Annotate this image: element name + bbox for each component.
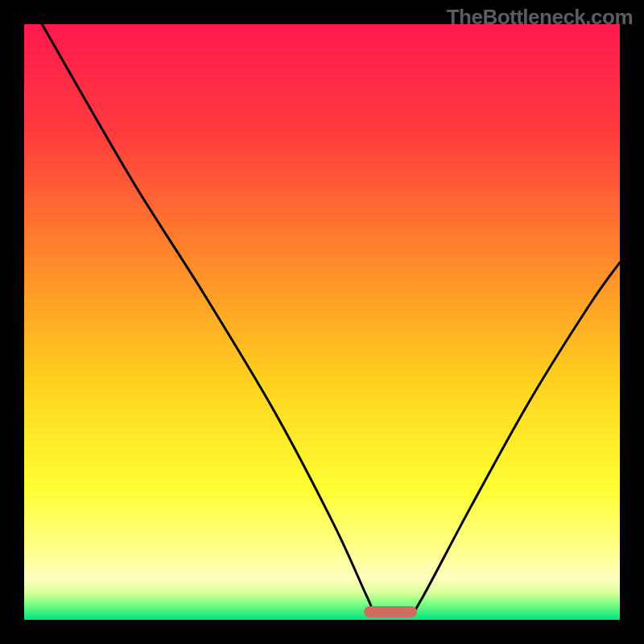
optimal-range-marker [364,606,418,617]
bottleneck-curve [42,24,620,614]
curve-layer [24,24,620,620]
chart-frame: TheBottleneck.com [0,0,644,644]
plot-area [24,24,620,620]
